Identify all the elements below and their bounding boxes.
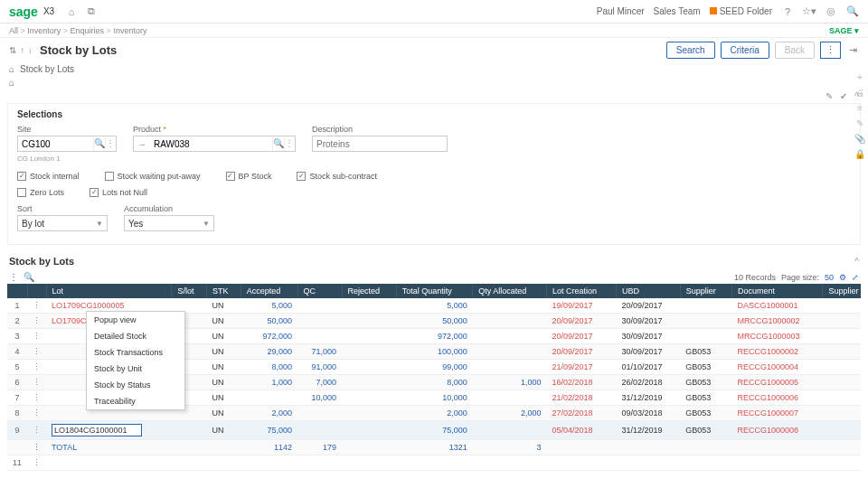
search-icon[interactable]: 🔍 bbox=[846, 5, 859, 18]
chk-stock-subcontract[interactable]: ✓Stock sub-contract bbox=[297, 172, 377, 181]
description-input[interactable] bbox=[313, 136, 447, 151]
site-label: Site bbox=[17, 125, 117, 134]
sub-header2: ⌂ bbox=[0, 76, 868, 89]
lot-edit-input[interactable] bbox=[52, 424, 142, 436]
rail-plus-icon[interactable]: + bbox=[857, 72, 863, 82]
site-input-wrap[interactable]: 🔍 ⋮ bbox=[17, 136, 117, 152]
page-title: Stock by Lots bbox=[40, 43, 117, 57]
team-name[interactable]: Sales Team bbox=[654, 6, 701, 16]
rail-lock-icon[interactable]: 🔒 bbox=[854, 149, 865, 159]
row-menu-icon[interactable]: ⋮ bbox=[27, 375, 46, 390]
site-hint: CG London 1 bbox=[17, 155, 117, 163]
product-input[interactable] bbox=[150, 136, 272, 151]
more-actions-button[interactable]: ⋮ bbox=[820, 42, 841, 59]
home-small-icon[interactable]: ⌂ bbox=[9, 64, 14, 74]
top-bar: sage X3 ⌂ ⧉ Paul Mincer Sales Team SEED … bbox=[0, 0, 868, 23]
favorite-icon[interactable]: ☆▾ bbox=[803, 5, 816, 18]
grid-settings-icon[interactable]: ⚙ bbox=[839, 273, 846, 282]
criteria-button[interactable]: Criteria bbox=[721, 42, 769, 59]
right-rail: + 🖨 ≡ ✎ 📎 🔒 bbox=[852, 72, 868, 159]
grid-title: Stock by Lots bbox=[9, 256, 74, 267]
site-menu-icon[interactable]: ⋮ bbox=[105, 136, 116, 151]
chk-bp-stock[interactable]: ✓BP Stock bbox=[226, 172, 272, 181]
collapse-grid-icon[interactable]: ^ bbox=[854, 257, 859, 267]
chk-stock-internal[interactable]: ✓Stock internal bbox=[17, 172, 80, 181]
product-label: Product bbox=[133, 125, 296, 134]
user-name[interactable]: Paul Mincer bbox=[597, 6, 645, 16]
rail-print-icon[interactable]: 🖨 bbox=[855, 88, 864, 98]
pagesize-value[interactable]: 50 bbox=[825, 273, 834, 282]
ctx-item[interactable]: Stock Transactions bbox=[87, 344, 184, 361]
up-icon[interactable]: ↑ bbox=[20, 45, 24, 55]
grid-search-icon[interactable]: 🔍 bbox=[24, 272, 34, 282]
description-input-wrap bbox=[312, 136, 448, 152]
ctx-item[interactable]: Stock by Unit bbox=[87, 361, 184, 377]
row-menu-icon[interactable]: ⋮ bbox=[27, 406, 46, 421]
ctx-item[interactable]: Traceability bbox=[87, 393, 184, 409]
site-search-icon[interactable]: 🔍 bbox=[93, 136, 105, 151]
sort-select[interactable]: By lot▼ bbox=[17, 215, 108, 231]
collapse-icon[interactable]: ⇅ bbox=[9, 45, 16, 55]
folder-name[interactable]: SEED Folder bbox=[710, 6, 772, 16]
records-count: 10 Records bbox=[734, 273, 776, 282]
check-icon[interactable]: ✔ bbox=[840, 91, 847, 101]
sub-title: Stock by Lots bbox=[20, 64, 74, 74]
row-menu-icon[interactable]: ⋮ bbox=[27, 390, 46, 406]
selections-title: Selections bbox=[17, 109, 851, 119]
sage-dropdown[interactable]: SAGE ▾ bbox=[829, 26, 859, 35]
sort-label: Sort bbox=[17, 204, 108, 213]
product-search-icon[interactable]: 🔍 bbox=[272, 136, 284, 151]
description-label: Description bbox=[312, 125, 448, 134]
row-menu-icon[interactable]: ⋮ bbox=[27, 360, 46, 375]
table-row[interactable]: 9⋮UN75,00075,00005/04/201831/12/2019GB05… bbox=[7, 421, 861, 440]
logo-sub: X3 bbox=[43, 6, 54, 16]
home-small-icon2[interactable]: ⌂ bbox=[9, 78, 14, 88]
back-button: Back bbox=[775, 42, 815, 59]
ctx-item[interactable]: Popup view bbox=[87, 312, 184, 328]
row-menu-icon[interactable]: ⋮ bbox=[27, 344, 46, 360]
rail-edit-icon[interactable]: ✎ bbox=[856, 118, 863, 128]
row-menu-icon[interactable]: ⋮ bbox=[27, 314, 46, 329]
site-input[interactable] bbox=[18, 136, 93, 151]
context-menu[interactable]: Popup viewDetailed StockStock Transactio… bbox=[86, 311, 185, 410]
breadcrumb: AllInventoryEnquiriesInventory SAGE ▾ bbox=[0, 23, 868, 38]
row-menu-icon[interactable]: ⋮ bbox=[27, 298, 46, 314]
exit-icon[interactable]: ⇥ bbox=[846, 44, 859, 57]
chk-stock-waiting[interactable]: Stock waiting put-away bbox=[105, 172, 201, 181]
chk-lots-not-null[interactable]: ✓Lots not Null bbox=[90, 188, 147, 197]
copy-icon[interactable]: ⧉ bbox=[85, 5, 98, 18]
chk-zero-lots[interactable]: Zero Lots bbox=[17, 188, 64, 197]
home-icon[interactable]: ⌂ bbox=[65, 5, 78, 18]
accumulation-label: Accumulation bbox=[124, 204, 214, 213]
row-menu-icon[interactable]: ⋮ bbox=[27, 421, 46, 440]
grid-menu-icon[interactable]: ⋮ bbox=[9, 272, 18, 282]
empty-row: 11⋮ bbox=[7, 455, 861, 471]
pagesize-label: Page size: bbox=[781, 273, 819, 282]
logo: sage bbox=[9, 5, 38, 19]
breadcrumb-links[interactable]: AllInventoryEnquiriesInventory bbox=[9, 26, 146, 35]
pencil-icon[interactable]: ✎ bbox=[826, 91, 833, 101]
grid-expand-icon[interactable]: ⤢ bbox=[852, 273, 859, 282]
rail-attach-icon[interactable]: 📎 bbox=[854, 134, 865, 144]
ctx-item[interactable]: Stock by Status bbox=[87, 377, 184, 393]
total-row: ⋮TOTAL114217913213 bbox=[7, 440, 861, 455]
selections-panel: Selections Site 🔍 ⋮ CG London 1 Product … bbox=[7, 103, 861, 245]
product-menu-icon[interactable]: ⋮ bbox=[284, 136, 295, 151]
ctx-item[interactable]: Detailed Stock bbox=[87, 328, 184, 344]
accumulation-select[interactable]: Yes▼ bbox=[124, 215, 214, 231]
panel-tools: ✎ ✔ ^ bbox=[0, 89, 868, 103]
compass-icon[interactable]: ◎ bbox=[825, 5, 837, 18]
rail-list-icon[interactable]: ≡ bbox=[857, 103, 863, 113]
down-icon[interactable]: ↓ bbox=[28, 45, 33, 55]
row-menu-icon[interactable]: ⋮ bbox=[27, 329, 46, 344]
sub-header: ⌂ Stock by Lots bbox=[0, 62, 868, 76]
product-input-wrap[interactable]: 🔍 ⋮ bbox=[133, 136, 296, 152]
help-icon[interactable]: ? bbox=[781, 5, 794, 18]
search-button[interactable]: Search bbox=[666, 42, 715, 59]
title-bar: ⇅ ↑ ↓ Stock by Lots Search Criteria Back… bbox=[0, 38, 868, 62]
